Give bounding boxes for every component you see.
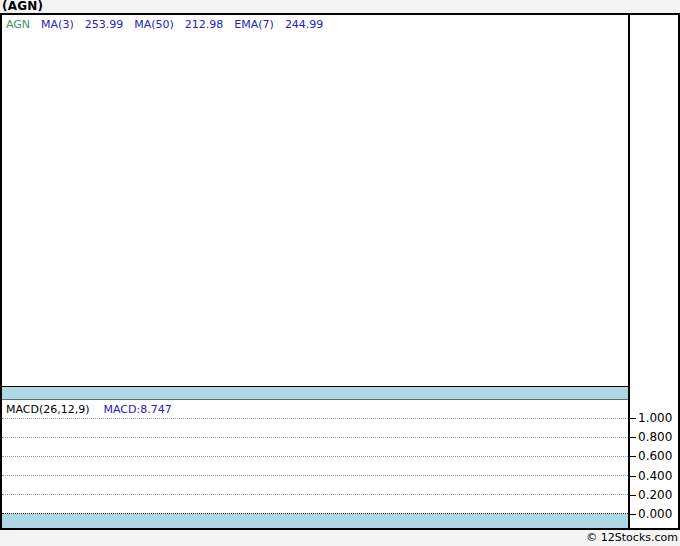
tick-mark (630, 514, 636, 515)
page-title: (AGN) (2, 0, 43, 13)
right-axis: 1.0000.8000.6000.4000.2000.000 (630, 15, 678, 528)
macd-gridline (2, 513, 628, 514)
tick-label: 0.800 (638, 430, 672, 444)
macd-legend: MACD(26,12,9)MACD:8.747 (6, 403, 172, 416)
macd-gridline (2, 437, 628, 438)
tick-label: 0.600 (638, 449, 672, 463)
tick-label: 0.200 (638, 488, 672, 502)
macd-params-label: MACD(26,12,9) (6, 403, 90, 416)
ticker-symbol: AGN (6, 18, 30, 31)
chart-frame: AGNMA(3)253.99MA(50)212.98EMA(7)244.99 M… (0, 13, 680, 530)
indicator-value: 244.99 (285, 18, 324, 31)
tick-label: 0.400 (638, 469, 672, 483)
macd-gridline (2, 494, 628, 495)
indicator-value: 212.98 (185, 18, 224, 31)
tick-label: 1.000 (638, 411, 672, 425)
plot-column: AGNMA(3)253.99MA(50)212.98EMA(7)244.99 M… (2, 15, 630, 528)
stock-chart-page: (AGN) AGNMA(3)253.99MA(50)212.98EMA(7)24… (0, 0, 680, 546)
tick-mark (630, 456, 636, 457)
macd-gridline (2, 418, 628, 419)
indicator-value: 253.99 (85, 18, 124, 31)
macd-gridline (2, 456, 628, 457)
separator-band-bottom (2, 514, 628, 528)
macd-panel: MACD(26,12,9)MACD:8.747 (2, 400, 628, 514)
price-legend: AGNMA(3)253.99MA(50)212.98EMA(7)244.99 (6, 18, 334, 31)
main-price-panel: AGNMA(3)253.99MA(50)212.98EMA(7)244.99 (2, 15, 628, 386)
tick-mark (630, 495, 636, 496)
tick-mark (630, 476, 636, 477)
indicator-label: MA(50) (134, 18, 174, 31)
macd-gridline (2, 475, 628, 476)
copyright-label: © 12Stocks.com (586, 531, 678, 544)
separator-band-top (2, 386, 628, 400)
footer: © 12Stocks.com (0, 530, 678, 546)
macd-value-label: MACD:8.747 (104, 403, 172, 416)
indicator-label: MA(3) (41, 18, 74, 31)
tick-mark (630, 437, 636, 438)
tick-label: 0.000 (638, 507, 672, 521)
indicator-label: EMA(7) (234, 18, 274, 31)
tick-mark (630, 418, 636, 419)
